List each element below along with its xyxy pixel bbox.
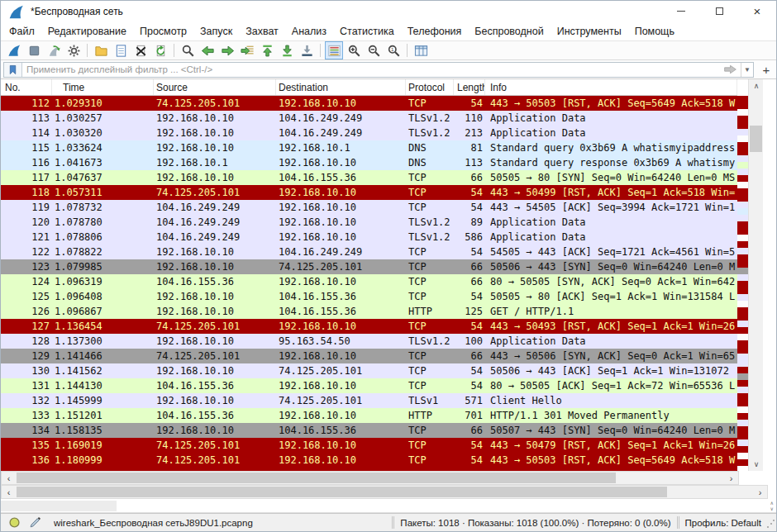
scroll-left-icon[interactable]: ‹: [2, 486, 16, 498]
expert-info-button[interactable]: [7, 515, 21, 530]
stop-capture-button[interactable]: [25, 41, 43, 59]
packet-row-125[interactable]: 1251.096408192.168.10.10104.16.155.36TCP…: [1, 289, 737, 304]
maximize-button[interactable]: [700, 1, 738, 21]
packet-row-127[interactable]: 1271.13645474.125.205.101192.168.10.10TC…: [1, 319, 737, 334]
close-button[interactable]: ×: [738, 1, 776, 21]
filter-history-dropdown[interactable]: ▼: [741, 63, 753, 77]
packet-row-123[interactable]: 1231.079985192.168.10.1074.125.205.101TC…: [1, 259, 737, 274]
menu-item-7[interactable]: Телефония: [401, 23, 469, 40]
length-cell: 54: [454, 289, 485, 304]
packet-row-113[interactable]: 1131.030257192.168.10.10104.16.249.249TL…: [1, 111, 737, 126]
no-cell: 112: [1, 96, 52, 111]
packet-row-126[interactable]: 1261.096867192.168.10.10104.16.155.36HTT…: [1, 304, 737, 319]
packet-row-135[interactable]: 1351.16901974.125.205.101192.168.10.10TC…: [1, 438, 737, 453]
go-last-button[interactable]: [278, 41, 296, 59]
capture-options-button[interactable]: [64, 41, 83, 59]
pane-scroll-thumb[interactable]: [1, 501, 117, 511]
packet-row-116[interactable]: 1161.041673192.168.10.1192.168.10.10DNS1…: [1, 155, 737, 170]
open-file-button[interactable]: [92, 41, 110, 59]
go-first-button[interactable]: [258, 41, 276, 59]
info-cell: HTTP/1.1 301 Moved Permanently: [485, 408, 737, 423]
column-header-time[interactable]: Time: [52, 79, 154, 95]
packet-row-124[interactable]: 1241.096319104.16.155.36192.168.10.10TCP…: [1, 274, 737, 289]
menu-item-2[interactable]: Просмотр: [133, 23, 193, 40]
menu-item-5[interactable]: Анализ: [285, 23, 333, 40]
packet-counts: Пакеты: 1018 · Показаны: 1018 (100.0%) ·…: [400, 518, 670, 528]
menu-item-1[interactable]: Редактирование: [41, 23, 133, 40]
column-header-no[interactable]: No.: [1, 79, 52, 95]
column-header-destination[interactable]: Destination: [276, 79, 406, 95]
capture-comment-button[interactable]: [28, 515, 42, 530]
packet-row-120[interactable]: 1201.078780104.16.249.249192.168.10.10TL…: [1, 215, 737, 230]
zoom-normal-button[interactable]: 1: [384, 41, 403, 59]
packet-row-129[interactable]: 1291.14146674.125.205.101192.168.10.10TC…: [1, 349, 737, 363]
reload-file-button[interactable]: [151, 41, 169, 59]
source-cell: 192.168.10.10: [154, 289, 276, 304]
spin-up-icon: ∧: [770, 501, 774, 506]
column-header-protocol[interactable]: Protocol: [406, 79, 454, 95]
packet-row-117[interactable]: 1171.047637192.168.10.10104.16.155.36TCP…: [1, 170, 737, 185]
go-forward-button[interactable]: [218, 41, 236, 59]
zoom-out-button[interactable]: [365, 41, 383, 59]
vertical-scroll-thumb[interactable]: [750, 126, 762, 152]
menu-item-8[interactable]: Беспроводной: [468, 23, 550, 40]
auto-scroll-button[interactable]: [298, 41, 316, 59]
find-packet-button[interactable]: [179, 41, 197, 59]
column-header-source[interactable]: Source: [154, 79, 276, 95]
display-filter-input[interactable]: [22, 63, 719, 77]
menu-item-10[interactable]: Помощь: [628, 23, 681, 40]
packet-row-112[interactable]: 1121.02931074.125.205.101192.168.10.10TC…: [1, 96, 737, 111]
column-header-length[interactable]: Length: [454, 79, 485, 95]
restart-capture-button[interactable]: [45, 41, 63, 59]
scroll-up-icon[interactable]: ∧: [749, 79, 764, 93]
go-back-button[interactable]: [198, 41, 217, 59]
vertical-scrollbar[interactable]: ∧ ∨: [748, 79, 763, 471]
packet-row-122[interactable]: 1221.078822192.168.10.10104.16.249.249TC…: [1, 245, 737, 259]
apply-filter-button[interactable]: [719, 63, 741, 77]
packet-row-114[interactable]: 1141.030320192.168.10.10104.16.249.249TL…: [1, 126, 737, 140]
pane-spinner[interactable]: ∧∨: [770, 499, 774, 513]
profile-selector[interactable]: Профиль: Default: [685, 518, 761, 528]
packet-row-133[interactable]: 1331.151201104.16.155.36192.168.10.10HTT…: [1, 408, 737, 423]
menu-item-4[interactable]: Захват: [239, 23, 285, 40]
packet-row-132[interactable]: 1321.145999192.168.10.1074.125.205.101TL…: [1, 393, 737, 408]
zoom-in-button[interactable]: [345, 41, 363, 59]
packet-row-131[interactable]: 1311.144130104.16.155.36192.168.10.10TCP…: [1, 378, 737, 393]
hscroll-thumb-2[interactable]: [17, 487, 667, 497]
packet-row-115[interactable]: 1151.033624192.168.10.10192.168.10.1DNS8…: [1, 140, 737, 155]
menu-item-9[interactable]: Инструменты: [551, 23, 628, 40]
filter-bookmark-button[interactable]: [4, 63, 22, 77]
packet-minimap[interactable]: [737, 96, 748, 471]
save-file-button[interactable]: [112, 41, 130, 59]
packet-row-136[interactable]: 1361.18099974.125.205.101192.168.10.10TC…: [1, 453, 737, 468]
time-cell: 1.169019: [52, 438, 154, 453]
packet-list-hscrollbar[interactable]: ‹ ›: [1, 471, 739, 485]
go-to-packet-button[interactable]: [238, 41, 256, 59]
minimap-stripe: [737, 116, 748, 122]
minimize-button[interactable]: [662, 1, 700, 21]
hscroll-thumb-1[interactable]: [17, 473, 616, 483]
colorize-button[interactable]: [325, 41, 343, 59]
packet-row-128[interactable]: 1281.137300192.168.10.1095.163.54.50TLSv…: [1, 334, 737, 349]
scroll-left-icon[interactable]: ‹: [2, 472, 16, 484]
packet-row-130[interactable]: 1301.141562192.168.10.1074.125.205.101TC…: [1, 363, 737, 378]
scroll-right-icon[interactable]: ›: [724, 472, 738, 484]
packet-row-118[interactable]: 1181.05731174.125.205.101192.168.10.10TC…: [1, 185, 737, 200]
packet-row-119[interactable]: 1191.078732104.16.249.249192.168.10.10TC…: [1, 200, 737, 215]
menu-item-3[interactable]: Запуск: [193, 23, 239, 40]
add-filter-button[interactable]: +: [759, 62, 774, 78]
secondary-hscrollbar[interactable]: ‹ ›: [1, 485, 768, 499]
close-file-button[interactable]: [131, 41, 150, 59]
minimap-stripe: [737, 307, 748, 314]
resize-columns-button[interactable]: [412, 41, 430, 59]
column-header-info[interactable]: Info: [485, 79, 737, 95]
packet-row-121[interactable]: 1211.078806104.16.249.249192.168.10.10TL…: [1, 230, 737, 245]
menu-item-0[interactable]: Файл: [2, 23, 41, 40]
scroll-down-icon[interactable]: ∨: [749, 458, 764, 471]
resize-grip[interactable]: [766, 517, 775, 529]
start-capture-button[interactable]: [5, 41, 23, 59]
length-cell: 81: [454, 140, 485, 155]
menu-item-6[interactable]: Статистика: [333, 23, 401, 40]
scroll-right-icon[interactable]: ›: [753, 486, 767, 498]
packet-row-134[interactable]: 1341.158135192.168.10.10104.16.155.36TCP…: [1, 423, 737, 438]
